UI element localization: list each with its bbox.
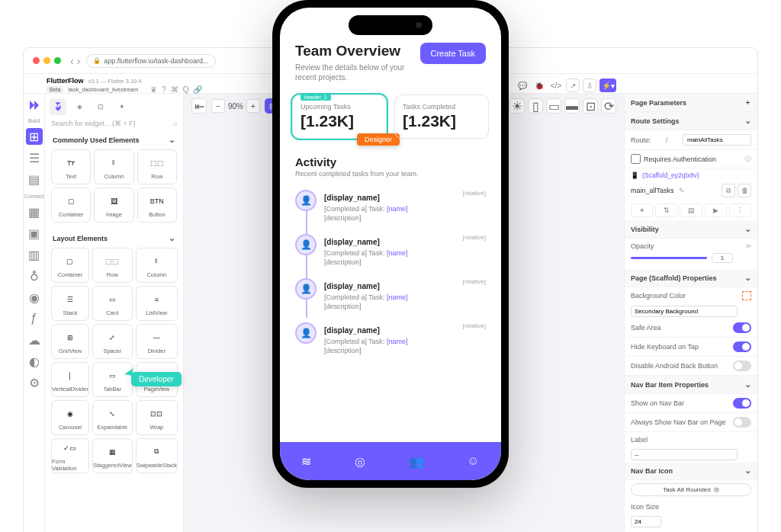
rail-data[interactable]: ▥ (26, 246, 43, 263)
stat-completed[interactable]: Tasks Completed [1.23K] (394, 95, 489, 139)
rail-tree[interactable]: ☰ (26, 149, 43, 166)
open-icon[interactable]: ↗ (566, 79, 580, 92)
widget-listview[interactable]: ≡ListView (136, 286, 178, 321)
widget-gridview[interactable]: ⊞GridView (51, 324, 89, 359)
rail-cloud[interactable]: ☁ (26, 332, 43, 348)
bg-color-input[interactable] (631, 306, 738, 317)
prop-tab-3[interactable]: ▤ (680, 204, 702, 217)
widgets-tab-templates[interactable]: ⊡ (92, 98, 109, 115)
zoom-in[interactable]: + (246, 99, 260, 113)
device-phone-icon[interactable]: ▯ (528, 98, 543, 114)
activity-item[interactable]: 👤[display_name][relative][Completed a] T… (295, 316, 486, 361)
route-settings-header[interactable]: Route Settings⌄ (625, 112, 757, 130)
cmd-icon[interactable]: ⌘ (171, 85, 178, 94)
color-swatch[interactable] (742, 291, 751, 300)
prop-tab-1[interactable]: ✶ (631, 204, 653, 217)
disable-back-toggle[interactable] (733, 361, 751, 371)
activity-item[interactable]: 👤[display_name][relative][Completed a] T… (295, 272, 486, 316)
prop-tab-4[interactable]: ▶ (705, 204, 727, 217)
prop-tab-5[interactable]: ⋮ (729, 204, 751, 217)
widget-search[interactable]: Search for widget... (⌘ + F)⌕ (51, 120, 177, 127)
widget-divider[interactable]: —Divider (136, 324, 178, 359)
avatar: 👤 (295, 234, 317, 255)
brightness-icon[interactable]: ☀ (509, 98, 525, 114)
label-input[interactable] (631, 449, 738, 460)
rail-api[interactable]: ▣ (26, 225, 43, 242)
activity-item[interactable]: 👤[display_name][relative][Completed a] T… (295, 184, 486, 228)
stat-upcoming[interactable]: header_1 Upcoming Tasks [1.23K] Designer (292, 95, 387, 139)
widgets-tab-flutter[interactable] (50, 98, 66, 115)
rail-widgets[interactable]: ⊞ (26, 128, 43, 145)
widget-container[interactable]: ▢Container (51, 248, 89, 283)
edit-icon[interactable]: ✎ (679, 187, 685, 194)
widget-form-validation[interactable]: ✓▭Form Validation (51, 438, 89, 473)
fit-icon[interactable]: ⇤ (191, 98, 207, 114)
nav-icon-picker[interactable]: Task Alt Rounded◎ (631, 483, 751, 496)
device-tablet-icon[interactable]: ▭ (546, 98, 561, 114)
nav-done-icon[interactable]: ◎ (355, 454, 365, 469)
activity-item[interactable]: 👤[display_name][relative][Completed a] T… (295, 228, 486, 272)
rail-firestore[interactable]: ▦ (26, 204, 43, 220)
widget-column[interactable]: ⦀Column (136, 248, 178, 283)
hide-kb-toggle[interactable] (733, 341, 751, 352)
prop-tab-2[interactable]: ⇅ (655, 204, 677, 217)
widget-column[interactable]: ⦀Column (94, 149, 133, 184)
rail-pages[interactable]: ▤ (26, 171, 43, 187)
widget-button[interactable]: BTNButton (137, 187, 177, 223)
download-icon[interactable]: ⇩ (583, 79, 596, 92)
section-common[interactable]: Commonly Used Elements⌄ (45, 130, 183, 149)
widget-carousel[interactable]: ◉Carousel (51, 400, 89, 435)
crown-icon[interactable]: ♛ (150, 85, 157, 94)
nav-team-icon[interactable]: 👥 (409, 454, 424, 469)
rail-settings[interactable]: ⚙ (26, 374, 43, 391)
address-bar[interactable]: 🔒app.flutterflow.io/task-dashboard... (86, 54, 216, 68)
activity-sub: Recent completed tasks from your team. (295, 170, 486, 178)
show-nav-toggle[interactable] (733, 398, 751, 409)
page-params-header[interactable]: Page Parameters＋ (625, 94, 757, 112)
widget-row[interactable]: ⬚⬚Row (92, 248, 133, 283)
widget-spacer[interactable]: ⤢Spacer (92, 324, 133, 359)
always-show-toggle[interactable] (733, 417, 751, 428)
bug-icon[interactable]: 🐞 (532, 79, 546, 92)
opacity-slider[interactable] (631, 257, 707, 259)
safe-area-toggle[interactable] (733, 322, 751, 333)
widget-expandable[interactable]: ⤡Expandable (92, 400, 133, 435)
create-task-button[interactable]: Create Task (420, 43, 487, 64)
device-desktop-icon[interactable]: ▬ (564, 98, 580, 114)
device-list-icon[interactable]: ⊡ (583, 98, 598, 114)
nav-tasks-icon[interactable]: ≋ (301, 454, 311, 469)
icon-size-input[interactable] (631, 516, 661, 527)
code-icon[interactable]: </> (549, 79, 563, 92)
widget-verticaldivider[interactable]: │VerticalDivider (51, 362, 89, 397)
opacity-value[interactable]: 1 (712, 253, 733, 263)
widget-text[interactable]: TᴛText (51, 149, 91, 184)
widget-swipeablestack[interactable]: ⧉SwipeableStack (136, 438, 178, 473)
widgets-tab-components[interactable]: ◈ (71, 98, 88, 115)
widget-stack[interactable]: ☰Stack (51, 286, 89, 321)
section-layout[interactable]: Layout Elements⌄ (45, 229, 183, 248)
route-input[interactable] (683, 134, 751, 146)
link-icon[interactable]: 🔗 (193, 85, 202, 94)
copy-icon[interactable]: ⧉ (722, 184, 735, 197)
widget-container[interactable]: ▢Container (51, 187, 91, 223)
widget-image[interactable]: 🖼Image (94, 187, 133, 223)
nav-profile-icon[interactable]: ☺ (467, 454, 479, 468)
rail-media[interactable]: ◉ (26, 289, 43, 306)
info-icon: ⓘ (745, 155, 751, 163)
comment-icon[interactable]: 💬 (516, 79, 529, 92)
rail-theme[interactable]: ◐ (26, 353, 43, 370)
widget-staggeredview[interactable]: ▦StaggeredView (92, 438, 133, 473)
delete-icon[interactable]: 🗑 (738, 184, 751, 197)
widgets-tab-custom[interactable]: ✦ (114, 98, 130, 115)
widget-card[interactable]: ▭Card (92, 286, 133, 321)
search-icon[interactable]: Q (183, 85, 189, 94)
run-button[interactable]: ⚡▾ (599, 79, 616, 92)
requires-auth-checkbox[interactable]: Requires Authentication (631, 154, 716, 164)
orientation-icon[interactable]: ⟳ (601, 98, 616, 114)
widget-wrap[interactable]: ⊡⊡Wrap (136, 400, 178, 435)
help-icon[interactable]: ? (162, 85, 166, 94)
rail-functions[interactable]: ƒ (26, 310, 43, 327)
zoom-out[interactable]: − (211, 99, 225, 113)
widget-row[interactable]: ⬚⬚Row (137, 149, 177, 184)
rail-auth[interactable]: ♁ (26, 268, 43, 284)
